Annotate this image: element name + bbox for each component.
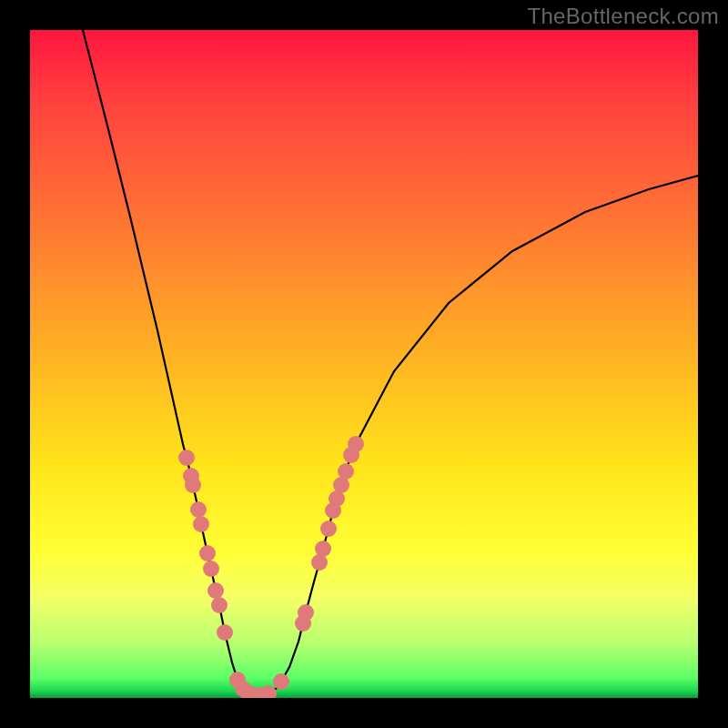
data-dot bbox=[217, 624, 233, 641]
data-dot bbox=[207, 582, 224, 599]
data-dot bbox=[315, 541, 331, 557]
data-dot bbox=[298, 604, 314, 621]
data-dot bbox=[190, 501, 207, 518]
data-dot bbox=[273, 673, 289, 690]
data-dot bbox=[338, 463, 354, 480]
bottleneck-curve-path bbox=[83, 30, 698, 695]
chart-frame: TheBottleneck.com bbox=[0, 0, 728, 728]
watermark-text: TheBottleneck.com bbox=[527, 4, 719, 29]
data-dot bbox=[178, 450, 195, 466]
data-dot bbox=[199, 545, 216, 561]
data-dot bbox=[203, 561, 219, 577]
data-dot bbox=[211, 597, 228, 613]
data-dot bbox=[193, 516, 209, 532]
data-dot bbox=[348, 436, 364, 452]
data-dot bbox=[185, 477, 201, 493]
data-dots-group bbox=[178, 436, 364, 698]
data-dot bbox=[260, 685, 277, 698]
chart-svg bbox=[30, 30, 698, 698]
data-dot bbox=[320, 521, 337, 537]
chart-plot-area bbox=[30, 30, 698, 698]
